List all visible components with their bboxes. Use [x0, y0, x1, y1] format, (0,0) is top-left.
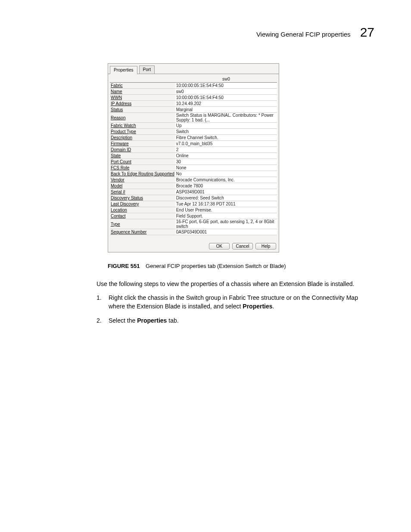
- column-header-sw0[interactable]: sw0: [175, 76, 277, 83]
- prop-label[interactable]: Product Type: [110, 129, 175, 135]
- table-row: WWN10:00:00:05:1E:54:F4:50: [110, 95, 277, 101]
- table-row: Domain ID2: [110, 147, 277, 153]
- bold-text: Properties: [137, 317, 167, 324]
- table-row: Type16-FC port, 6-GE port, auto sensing …: [110, 219, 277, 229]
- list-number: 1.: [97, 294, 109, 311]
- prop-value: 16-FC port, 6-GE port, auto sensing 1, 2…: [175, 219, 277, 229]
- table-row: Sequence Number0ASP0349D001: [110, 229, 277, 235]
- header-title: Viewing General FCIP properties: [256, 31, 351, 38]
- table-row: Fabric WatchUp: [110, 123, 277, 129]
- prop-value: 10.24.49.202: [175, 101, 277, 107]
- prop-label[interactable]: Serial #: [110, 189, 175, 195]
- help-button[interactable]: Help: [255, 243, 276, 249]
- prop-value: Brocade 7800: [175, 183, 277, 189]
- prop-label[interactable]: Back To Edge Routing Supported: [110, 171, 175, 177]
- table-row: LocationEnd User Premise.: [110, 207, 277, 213]
- table-row: Product TypeSwitch: [110, 129, 277, 135]
- tab-port[interactable]: Port: [139, 65, 155, 74]
- prop-value: 10:00:00:05:1E:54:F4:50: [175, 95, 277, 101]
- table-row: ContactField Support.: [110, 213, 277, 219]
- table-row: ReasonSwitch Status is MARGINAL. Contrib…: [110, 113, 277, 123]
- prop-label[interactable]: WWN: [110, 95, 175, 101]
- tab-bar: Properties Port: [108, 65, 279, 74]
- prop-label[interactable]: Fabric Watch: [110, 123, 175, 129]
- prop-label[interactable]: Firmware: [110, 141, 175, 147]
- text-span: Select the: [109, 317, 137, 324]
- text-span: .: [273, 303, 274, 310]
- prop-label[interactable]: Discovery Status: [110, 195, 175, 201]
- prop-label[interactable]: Domain ID: [110, 147, 175, 153]
- dialog-button-bar: OK Cancel Help: [209, 243, 276, 249]
- properties-table: sw0 Fabric10:00:00:05:1E:54:F4:50 Namesw…: [110, 76, 277, 235]
- tab-properties[interactable]: Properties: [110, 66, 137, 74]
- table-row: Port Count30: [110, 159, 277, 165]
- page-number: 27: [360, 25, 374, 40]
- list-item: 1. Right click the chassis in the Switch…: [97, 294, 375, 311]
- table-row: Fabric10:00:00:05:1E:54:F4:50: [110, 83, 277, 89]
- prop-label[interactable]: Status: [110, 107, 175, 113]
- prop-label[interactable]: Port Count: [110, 159, 175, 165]
- prop-label[interactable]: Reason: [110, 113, 175, 123]
- prop-value: ASP0349D001: [175, 189, 277, 195]
- prop-value: sw0: [175, 89, 277, 95]
- cancel-button[interactable]: Cancel: [232, 243, 253, 249]
- table-row: StateOnline: [110, 153, 277, 159]
- figure-text: General FCIP properties tab (Extension S…: [146, 263, 286, 269]
- text-span: tab.: [167, 317, 178, 324]
- prop-value: v7.0.0_main_bld35: [175, 141, 277, 147]
- prop-value: Fibre Channel Switch.: [175, 135, 277, 141]
- prop-value: 10:00:00:05:1E:54:F4:50: [175, 83, 277, 89]
- prop-label[interactable]: Location: [110, 207, 175, 213]
- properties-dialog: Properties Port sw0 Fabric10:00:00:05:1E…: [108, 63, 279, 252]
- table-row: Discovery StatusDiscovered: Seed Switch: [110, 195, 277, 201]
- table-row: Back To Edge Routing SupportedNo: [110, 171, 277, 177]
- list-number: 2.: [97, 317, 109, 325]
- prop-label[interactable]: Model: [110, 183, 175, 189]
- table-row: FCS RoleNone: [110, 165, 277, 171]
- table-row: Firmwarev7.0.0_main_bld35: [110, 141, 277, 147]
- prop-value: None: [175, 165, 277, 171]
- prop-label[interactable]: Type: [110, 219, 175, 229]
- ordered-list: 1. Right click the chassis in the Switch…: [97, 294, 375, 331]
- table-column-header: sw0: [110, 76, 277, 83]
- prop-value: 0ASP0349D001: [175, 229, 277, 235]
- prop-value: Marginal: [175, 107, 277, 113]
- body-paragraph: Use the following steps to view the prop…: [97, 280, 375, 288]
- prop-label[interactable]: Contact: [110, 213, 175, 219]
- prop-label[interactable]: Fabric: [110, 83, 175, 89]
- prop-value: Tue Apr 12 16:17:38 PDT 2011: [175, 201, 277, 207]
- table-row: DescriptionFibre Channel Switch.: [110, 135, 277, 141]
- prop-label[interactable]: FCS Role: [110, 165, 175, 171]
- prop-label[interactable]: Vendor: [110, 177, 175, 183]
- ok-button[interactable]: OK: [209, 243, 230, 249]
- prop-label[interactable]: State: [110, 153, 175, 159]
- prop-value: Online: [175, 153, 277, 159]
- prop-value: Brocade Communications, Inc.: [175, 177, 277, 183]
- prop-label[interactable]: Name: [110, 89, 175, 95]
- table-row: VendorBrocade Communications, Inc.: [110, 177, 277, 183]
- figure-caption: FIGURE 551 General FCIP properties tab (…: [108, 263, 286, 269]
- list-item: 2. Select the Properties tab.: [97, 317, 375, 325]
- table-row: StatusMarginal: [110, 107, 277, 113]
- prop-value: Up: [175, 123, 277, 129]
- prop-value: No: [175, 171, 277, 177]
- prop-value: 30: [175, 159, 277, 165]
- page-header: Viewing General FCIP properties 27: [256, 25, 374, 40]
- prop-value: 2: [175, 147, 277, 153]
- prop-value: End User Premise.: [175, 207, 277, 213]
- prop-label[interactable]: IP Address: [110, 101, 175, 107]
- prop-value: Discovered: Seed Switch: [175, 195, 277, 201]
- text-span: Right click the chassis in the Switch gr…: [109, 294, 358, 310]
- table-row: Last DiscoveryTue Apr 12 16:17:38 PDT 20…: [110, 201, 277, 207]
- list-text: Select the Properties tab.: [109, 317, 375, 325]
- figure-number: FIGURE 551: [108, 263, 140, 269]
- prop-label[interactable]: Sequence Number: [110, 229, 175, 235]
- table-row: IP Address10.24.49.202: [110, 101, 277, 107]
- table-row: Namesw0: [110, 89, 277, 95]
- prop-label[interactable]: Description: [110, 135, 175, 141]
- prop-label[interactable]: Last Discovery: [110, 201, 175, 207]
- prop-value: Switch Status is MARGINAL. Contributors:…: [175, 113, 277, 123]
- prop-value: Field Support.: [175, 213, 277, 219]
- list-text: Right click the chassis in the Switch gr…: [109, 294, 375, 311]
- bold-text: Properties: [243, 303, 272, 310]
